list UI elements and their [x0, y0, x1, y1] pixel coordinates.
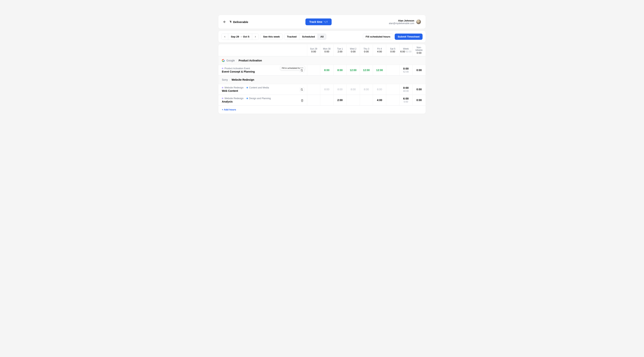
col-wed: Wed 2 0:00	[346, 44, 360, 56]
see-this-week-button[interactable]: See this week	[260, 34, 283, 40]
track-time-label: Track time	[309, 20, 322, 23]
task-category: Content and Media	[249, 86, 269, 89]
hour-cell[interactable]	[320, 95, 333, 105]
group-client: Sony	[222, 78, 228, 81]
track-time-button[interactable]: Track time ⌥T	[306, 19, 332, 25]
hour-cell[interactable]	[386, 84, 399, 95]
col-mon: Mon 30 0:00	[320, 44, 333, 56]
hour-cell[interactable]	[307, 95, 320, 105]
task-project-tag: Website Redesign	[224, 86, 244, 89]
group-project: Website Redesign	[232, 78, 254, 81]
week-total-cell: 0:0052:00	[399, 65, 412, 75]
deliverable-logo-icon	[229, 20, 232, 24]
toolbar: Sep 29 → Oct 5 See this week Tracked Sch…	[218, 31, 426, 43]
view-segment: Tracked Scheduled All	[284, 34, 326, 40]
col-week: Week 6:0092:00	[399, 44, 412, 56]
group-client: Google	[226, 59, 235, 62]
group-header: Google·Product Activation	[218, 56, 426, 65]
col-thu: Thu 3 0:00	[360, 44, 373, 56]
task-title: Analysis	[222, 100, 304, 103]
timesheet: Sun 29 0:00 Mon 30 0:00 Tue 1 2:00 Wed 2…	[218, 44, 426, 114]
col-fri: Fri 4 4:00	[373, 44, 386, 56]
task-title: Event Concept & Planning	[222, 70, 304, 73]
category-dot-icon	[246, 98, 248, 99]
chevron-right-icon	[254, 36, 257, 38]
project-dot-icon	[222, 87, 223, 88]
hour-cell[interactable]: 8:00	[320, 65, 333, 75]
user-menu[interactable]: Alan Johnson alan@mydeliverable.com	[389, 19, 421, 25]
week-total-cell: 6:000:00	[399, 95, 412, 105]
hour-cell[interactable]: 8:00	[320, 84, 333, 95]
project-dot-icon	[222, 68, 223, 69]
hour-cell[interactable]: 8:00	[346, 84, 360, 95]
hour-cell[interactable]	[386, 65, 399, 75]
hour-cell[interactable]: 12:00	[373, 65, 386, 75]
hour-cell[interactable]	[386, 95, 399, 105]
seg-all[interactable]: All	[318, 34, 326, 40]
seg-scheduled[interactable]: Scheduled	[300, 34, 318, 40]
submit-timesheet-button[interactable]: Submit Timesheet	[395, 34, 422, 40]
hour-cell[interactable]: 2:00	[333, 95, 346, 105]
trash-icon	[301, 99, 304, 102]
timesheet-header-row: Sun 29 0:00 Mon 30 0:00 Tue 1 2:00 Wed 2…	[218, 44, 426, 56]
brand-name: Deliverable	[233, 20, 248, 24]
track-time-shortcut: ⌥T	[324, 21, 328, 23]
task-row: Website Redesign·Content and MediaWeb Co…	[218, 84, 426, 95]
date-range-label[interactable]: Sep 29 → Oct 5	[228, 34, 252, 40]
group-header: Sony·Website Redesign	[218, 76, 426, 84]
google-icon	[222, 59, 225, 62]
hour-cell[interactable]	[346, 95, 360, 105]
fill-hours-icon	[300, 69, 303, 72]
hour-cell[interactable]: 8:00	[333, 84, 346, 95]
task-title: Web Content	[222, 89, 304, 92]
prev-week-button[interactable]	[222, 34, 228, 40]
col-nonbillable: Non-billable 0:00	[412, 44, 426, 56]
week-total-cell: 0:0040:00	[399, 84, 412, 95]
row-action-button[interactable]	[300, 68, 304, 73]
seg-tracked[interactable]: Tracked	[284, 34, 300, 40]
col-sun: Sun 29 0:00	[307, 44, 320, 56]
user-email: alan@mydeliverable.com	[389, 22, 414, 25]
user-name: Alan Johnson	[389, 19, 414, 22]
col-sat: Sat 5 0:00	[386, 44, 399, 56]
nonbillable-cell: 0:00	[412, 95, 426, 105]
fill-scheduled-hours-button[interactable]: Fill scheduled hours	[363, 34, 393, 40]
task-row: Fill in scheduled hoursProduct Activatio…	[218, 65, 426, 76]
hour-cell[interactable]	[307, 84, 320, 95]
brand-logo[interactable]: Deliverable	[229, 20, 248, 24]
task-category: Design and Planning	[249, 97, 271, 100]
avatar	[416, 20, 421, 24]
nonbillable-cell: 0:00	[412, 84, 426, 95]
nonbillable-cell: 0:00	[412, 65, 426, 75]
task-project-tag: Product Activation Event	[224, 67, 250, 70]
hour-cell[interactable]: 8:00	[373, 84, 386, 95]
date-navigator: Sep 29 → Oct 5	[222, 34, 259, 40]
category-dot-icon	[246, 87, 248, 88]
project-dot-icon	[222, 98, 223, 99]
row-action-button[interactable]	[300, 98, 304, 103]
fill-hours-icon	[300, 88, 303, 91]
add-hours-button[interactable]: + Add hours	[218, 106, 426, 114]
group-project: Product Activation	[238, 59, 262, 62]
hour-cell[interactable]: 12:00	[346, 65, 360, 75]
hour-cell[interactable]: 8:00	[333, 65, 346, 75]
task-project-tag: Website Redesign	[224, 97, 244, 100]
hour-cell[interactable]	[360, 95, 373, 105]
hour-cell[interactable]	[307, 65, 320, 75]
chevron-left-icon	[224, 36, 226, 38]
row-action-button[interactable]	[300, 87, 304, 92]
back-arrow-icon[interactable]	[223, 20, 226, 24]
hour-cell[interactable]: 4:00	[373, 95, 386, 105]
hour-cell[interactable]: 8:00	[360, 84, 373, 95]
task-row: Website Redesign·Design and PlanningAnal…	[218, 95, 426, 106]
app-header: Deliverable Track time ⌥T Alan Johnson a…	[218, 15, 426, 29]
next-week-button[interactable]	[252, 34, 258, 40]
col-tue: Tue 1 2:00	[333, 44, 346, 56]
hour-cell[interactable]: 12:00	[360, 65, 373, 75]
